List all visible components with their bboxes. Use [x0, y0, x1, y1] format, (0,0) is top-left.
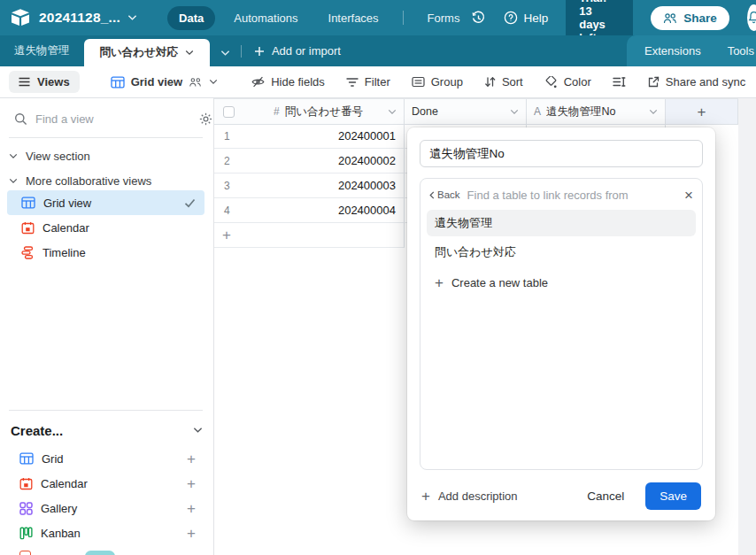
create-new-table-label: Create a new table	[451, 276, 548, 289]
airtable-logo-icon[interactable]	[9, 7, 32, 28]
kanban-icon	[19, 527, 33, 540]
create-grid-item[interactable]: Grid +	[7, 446, 204, 471]
nav-interfaces[interactable]: Interfaces	[317, 6, 390, 30]
hide-fields-label: Hide fields	[271, 75, 325, 89]
active-tab-label: 問い合わせ対応	[100, 45, 178, 60]
share-and-sync-button[interactable]: Share and sync	[641, 72, 752, 92]
create-section-header[interactable]: Create...	[11, 419, 203, 442]
back-label: Back	[437, 189, 460, 200]
share-label: Share	[683, 12, 717, 25]
cancel-button[interactable]: Cancel	[587, 489, 624, 503]
section-chevron-icon	[9, 153, 18, 159]
grid-header-row: # 問い合わせ番号 Done A 遺失物管理No +	[214, 98, 738, 124]
add-field-button[interactable]: +	[666, 99, 738, 125]
column-label: 遺失物管理No	[546, 104, 615, 119]
plus-icon[interactable]: +	[187, 526, 196, 541]
nav-data[interactable]: Data	[167, 6, 215, 30]
views-label: Views	[37, 75, 70, 89]
sidebar-item-grid-view[interactable]: Grid view	[7, 190, 204, 215]
help-label: Help	[523, 12, 548, 25]
cell-value[interactable]: 202400002	[250, 154, 404, 167]
section-more-collab-views[interactable]: More collaborative views	[9, 169, 151, 192]
column-header-primary[interactable]: # 問い合わせ番号	[214, 99, 405, 125]
share-button[interactable]: Share	[651, 6, 729, 30]
create-kanban-item[interactable]: Kanban +	[7, 520, 204, 545]
base-title-chevron-icon[interactable]	[127, 14, 137, 21]
cell-value[interactable]: 202400003	[250, 179, 404, 192]
link-table-panel: Back × 遺失物管理 問い合わせ対応 + Create a new tabl…	[420, 178, 703, 470]
find-table-input[interactable]	[467, 189, 677, 202]
plus-icon[interactable]: +	[187, 451, 196, 466]
section-view-section[interactable]: View section	[9, 144, 90, 167]
filter-button[interactable]: Filter	[340, 72, 397, 92]
table-option-ishitsubutsu[interactable]: 遺失物管理	[427, 210, 696, 236]
row-height-icon	[613, 76, 626, 88]
views-toggle-button[interactable]: Views	[9, 71, 80, 93]
back-chevron-icon	[429, 191, 435, 199]
sort-label: Sort	[502, 75, 523, 89]
extensions-button[interactable]: Extensions	[644, 44, 701, 58]
close-icon[interactable]: ×	[684, 188, 693, 203]
add-or-import-button[interactable]: Add or import	[242, 35, 353, 66]
view-label: Calendar	[42, 221, 89, 235]
add-row-button[interactable]: +	[214, 223, 405, 248]
table-option-toiawase[interactable]: 問い合わせ対応	[427, 239, 696, 266]
help-button[interactable]: Help	[504, 11, 548, 25]
plus-icon[interactable]: +	[187, 501, 196, 516]
tab-table-toiawase-active[interactable]: 問い合わせ対応	[84, 39, 210, 66]
base-title[interactable]: 20241128_...	[39, 10, 120, 26]
check-icon	[184, 198, 196, 208]
sidebar-divider-top	[9, 137, 203, 138]
tools-button[interactable]: Tools	[728, 44, 754, 58]
plus-icon: +	[421, 489, 430, 504]
color-label: Color	[564, 75, 591, 89]
column-chevron-icon[interactable]	[510, 109, 519, 115]
sidebar-item-calendar[interactable]: Calendar	[7, 215, 204, 240]
sidebar-item-timeline[interactable]: Timeline	[7, 240, 204, 265]
add-description-label: Add description	[438, 489, 518, 503]
hide-fields-button[interactable]: Hide fields	[245, 72, 331, 92]
history-icon[interactable]	[471, 11, 486, 26]
table-tab-bar: 遺失物管理 問い合わせ対応 Add or import Extensions T…	[0, 35, 756, 66]
plus-icon[interactable]: +	[187, 476, 196, 491]
timeline-icon	[21, 246, 35, 259]
row-height-button[interactable]	[606, 73, 632, 91]
create-calendar-item[interactable]: Calendar +	[7, 471, 204, 496]
nav-forms[interactable]: Forms	[416, 6, 472, 30]
group-button[interactable]: Group	[405, 72, 469, 92]
partial-new-badge	[85, 551, 115, 555]
cell-value[interactable]: 202400001	[250, 129, 404, 143]
select-all-checkbox[interactable]	[223, 106, 235, 118]
create-gallery-item[interactable]: Gallery +	[7, 496, 204, 520]
create-item-label: Grid	[42, 452, 64, 466]
current-view-button[interactable]: Grid view	[104, 72, 225, 92]
sort-button[interactable]: Sort	[478, 72, 529, 92]
view-label: Grid view	[43, 197, 91, 210]
field-name-input[interactable]	[420, 140, 703, 167]
cell-value[interactable]: 202400004	[250, 204, 404, 217]
back-button[interactable]: Back	[429, 189, 460, 200]
color-button[interactable]: Color	[538, 72, 598, 92]
partial-create-item-icon	[19, 551, 31, 555]
create-new-table-button[interactable]: + Create a new table	[427, 270, 696, 295]
notifications-button[interactable]	[747, 4, 756, 31]
column-header-ishitsubutsu-no[interactable]: A 遺失物管理No	[527, 99, 666, 125]
save-button[interactable]: Save	[645, 482, 701, 510]
group-icon	[412, 76, 425, 88]
find-view-input[interactable]	[35, 112, 191, 126]
column-chevron-icon[interactable]	[388, 109, 397, 115]
active-tab-chevron-icon	[185, 50, 194, 56]
nav-automations[interactable]: Automations	[222, 6, 309, 30]
view-chevron-icon	[209, 79, 218, 85]
gear-icon[interactable]	[199, 112, 212, 126]
color-icon	[544, 76, 558, 89]
column-chevron-icon[interactable]	[649, 109, 658, 115]
gallery-icon	[19, 502, 33, 515]
add-or-import-label: Add or import	[272, 44, 341, 58]
find-view-search[interactable]	[5, 105, 208, 132]
add-description-button[interactable]: + Add description	[421, 489, 518, 504]
tab-table-ishitsubutsu[interactable]: 遺失物管理	[0, 35, 84, 66]
column-header-done[interactable]: Done	[405, 99, 527, 125]
tabbar-right-panel: Extensions Tools	[627, 35, 756, 66]
table-list-chevron-icon[interactable]	[210, 39, 241, 66]
